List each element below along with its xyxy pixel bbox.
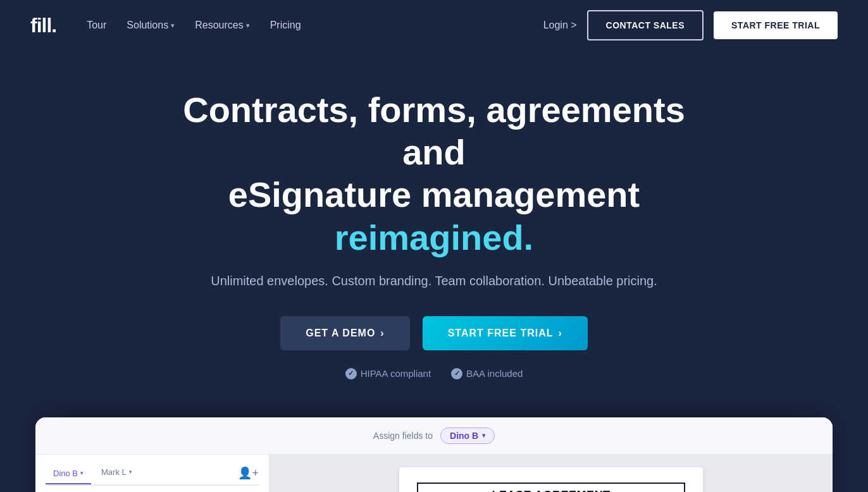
hero-buttons: GET A DEMO › START FREE TRIAL › xyxy=(30,316,838,350)
login-link[interactable]: Login > xyxy=(543,20,577,31)
mark-tab-chevron-icon: ▾ xyxy=(129,469,132,475)
signer-tab-dino[interactable]: Dino B ▾ xyxy=(46,466,91,484)
signer-tab-mark[interactable]: Mark L ▾ xyxy=(94,465,140,482)
preview-topbar: Assign fields to Dino B ▾ xyxy=(35,417,833,455)
assign-chevron-icon: ▾ xyxy=(482,432,485,439)
baa-badge: ✓ BAA included xyxy=(451,368,523,379)
signer-tabs: Dino B ▾ Mark L ▾ 👤+ xyxy=(46,465,259,486)
nav-right: Login > CONTACT SALES START FREE TRIAL xyxy=(543,10,838,40)
trial-arrow-icon: › xyxy=(558,328,562,339)
hipaa-check-icon: ✓ xyxy=(345,368,357,379)
hero-headline: Contracts, forms, agreements and eSignat… xyxy=(149,89,719,259)
contact-sales-button[interactable]: CONTACT SALES xyxy=(587,10,704,40)
document-title: LEASE AGREEMENT xyxy=(417,483,685,492)
start-free-trial-hero-button[interactable]: START FREE TRIAL › xyxy=(423,316,588,350)
nav-links: Tour Solutions ▾ Resources ▾ Pricing xyxy=(87,20,543,31)
document-preview: LEASE AGREEMENT The landlord hereby lets… xyxy=(399,467,703,492)
nav-resources[interactable]: Resources ▾ xyxy=(195,20,249,31)
resources-chevron-icon: ▾ xyxy=(246,22,250,30)
app-preview: Assign fields to Dino B ▾ Dino B ▾ Mark … xyxy=(35,417,833,492)
preview-left-panel: Dino B ▾ Mark L ▾ 👤+ T xyxy=(35,455,270,492)
preview-right-panel: LEASE AGREEMENT The landlord hereby lets… xyxy=(270,455,833,492)
nav-solutions[interactable]: Solutions ▾ xyxy=(127,20,175,31)
start-free-trial-nav-button[interactable]: START FREE TRIAL xyxy=(714,11,838,39)
nav-tour[interactable]: Tour xyxy=(87,20,106,31)
nav-pricing[interactable]: Pricing xyxy=(270,20,301,31)
assign-user-badge[interactable]: Dino B ▾ xyxy=(440,427,495,444)
trust-badges: ✓ HIPAA compliant ✓ BAA included xyxy=(30,368,838,379)
hero-subheadline: Unlimited envelopes. Custom branding. Te… xyxy=(30,274,838,288)
hipaa-badge: ✓ HIPAA compliant xyxy=(345,368,431,379)
get-demo-button[interactable]: GET A DEMO › xyxy=(280,316,409,350)
add-signer-button[interactable]: 👤+ xyxy=(238,466,259,480)
preview-body: Dino B ▾ Mark L ▾ 👤+ T xyxy=(35,455,833,492)
baa-check-icon: ✓ xyxy=(451,368,462,379)
assign-label: Assign fields to xyxy=(373,431,433,441)
logo[interactable]: fill. xyxy=(30,14,56,37)
dino-tab-chevron-icon: ▾ xyxy=(80,470,84,476)
hero-section: Contracts, forms, agreements and eSignat… xyxy=(0,51,868,405)
demo-arrow-icon: › xyxy=(380,328,384,339)
solutions-chevron-icon: ▾ xyxy=(171,22,175,30)
navbar: fill. Tour Solutions ▾ Resources ▾ Prici… xyxy=(0,0,868,51)
